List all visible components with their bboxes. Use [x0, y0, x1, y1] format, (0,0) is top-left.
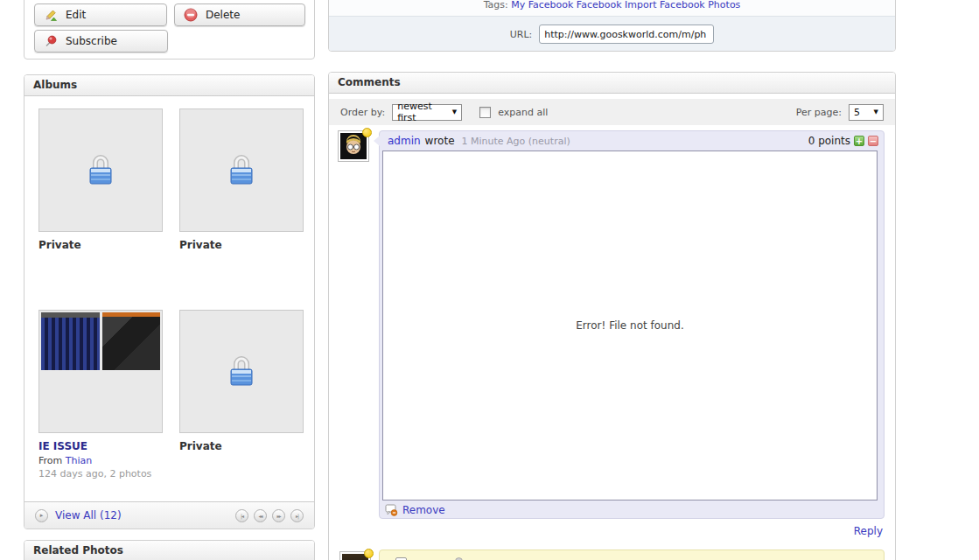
order-by-select[interactable]: newest first ▼ — [392, 104, 462, 121]
album-meta: 124 days ago, 2 photos — [38, 468, 165, 480]
remove-comment-icon — [385, 504, 398, 516]
albums-header: Albums — [24, 75, 314, 96]
comment-error-text: Error! File not found. — [576, 319, 683, 332]
url-label: URL: — [510, 29, 533, 40]
delete-button[interactable]: Delete — [174, 4, 305, 26]
pager-next-icon[interactable]: ▸▸ — [272, 509, 285, 522]
comment-points: 0 points + − — [808, 135, 878, 147]
form-user-avatar[interactable] — [339, 551, 371, 560]
photo-info-panel: Tags: My Facebook Facebook Import Facebo… — [328, 0, 896, 52]
comment-author-link[interactable]: admin — [388, 135, 421, 147]
remove-row: Remove — [380, 500, 884, 516]
album-label: Private — [179, 440, 306, 452]
actions-panel: Edit Delete Subscribe — [24, 0, 315, 60]
from-label: From — [38, 455, 62, 466]
url-row: URL: — [329, 17, 895, 52]
album-pager: |◂ ◂◂ ▸▸ ▸| — [235, 509, 304, 522]
edit-pencil-icon — [44, 8, 58, 22]
album-label: Private — [179, 239, 306, 251]
subscribe-button[interactable]: Subscribe — [34, 30, 168, 52]
reply-link[interactable]: Reply — [854, 525, 883, 537]
online-status-badge — [362, 128, 372, 137]
comment-item: admin wrote 1 Minute Ago (neutral) 0 poi… — [379, 130, 885, 519]
points-value: 0 points — [808, 135, 850, 147]
comment-body: Error! File not found. — [382, 150, 878, 500]
lock-icon — [39, 109, 162, 231]
albums-footer: ▸ View All (12) |◂ ◂◂ ▸▸ ▸| — [24, 501, 314, 528]
per-page-value: 5 — [854, 107, 860, 118]
play-circle-icon: ▸ — [35, 509, 48, 522]
albums-panel: Albums Private — [24, 74, 315, 529]
pushpin-icon — [44, 34, 58, 48]
gallery-page: Edit Delete Subscribe Albums — [0, 0, 979, 560]
wrote-label: wrote — [425, 135, 455, 147]
expand-all-checkbox[interactable] — [479, 107, 491, 118]
tags-row: Tags: My Facebook Facebook Import Facebo… — [329, 0, 895, 17]
comments-controls-row: Order by: newest first ▼ expand all Per … — [329, 99, 895, 125]
avatar-image — [340, 133, 367, 159]
album-label: Private — [38, 239, 165, 251]
pager-last-icon[interactable]: ▸| — [290, 509, 304, 522]
lock-icon — [180, 109, 303, 231]
owner-link[interactable]: Thian — [66, 455, 92, 466]
comment-timestamp: 1 Minute Ago (neutral) — [462, 136, 570, 147]
edit-button[interactable]: Edit — [34, 4, 167, 26]
vote-down-icon[interactable]: − — [868, 136, 878, 146]
remove-link[interactable]: Remove — [402, 504, 445, 516]
order-by-value: newest first — [397, 101, 447, 123]
lock-icon — [180, 311, 303, 432]
url-input[interactable] — [539, 24, 714, 44]
comments-panel: Comments Order by: newest first ▼ expand… — [328, 72, 896, 560]
private-album-thumb[interactable] — [38, 108, 163, 232]
expand-all-label: expand all — [498, 107, 548, 118]
related-photos-header: Related Photos — [24, 541, 314, 560]
pager-prev-icon[interactable]: ◂◂ — [254, 509, 267, 522]
album-cell-private-2[interactable]: Private — [179, 108, 306, 251]
album-cell-private-3[interactable]: Private — [179, 310, 306, 452]
comments-header: Comments — [329, 73, 895, 94]
comment-bubble-arrow — [374, 136, 380, 146]
album-thumbnail-1 — [41, 312, 100, 370]
edit-button-label: Edit — [66, 9, 86, 21]
private-album-thumb[interactable] — [179, 108, 304, 232]
private-album-thumb[interactable] — [179, 310, 304, 433]
order-by-label: Order by: — [340, 107, 385, 118]
pager-first-icon[interactable]: |◂ — [235, 509, 248, 522]
subscribe-button-label: Subscribe — [66, 35, 117, 47]
comment-author-avatar[interactable] — [338, 130, 369, 162]
delete-icon — [184, 8, 198, 22]
view-all-link[interactable]: ▸ View All (12) — [35, 509, 122, 522]
tags-links[interactable]: My Facebook Facebook Import Facebook Pho… — [511, 0, 740, 10]
related-photos-panel: Related Photos — [24, 540, 315, 560]
delete-button-label: Delete — [206, 9, 240, 21]
album-cell-private-1[interactable]: Private — [38, 108, 165, 251]
vote-up-icon[interactable]: + — [854, 136, 864, 146]
chevron-down-icon: ▼ — [874, 108, 878, 116]
add-comment-form — [379, 550, 885, 560]
album-title-link[interactable]: IE ISSUE — [38, 440, 165, 452]
view-all-label: View All (12) — [55, 509, 122, 522]
album-thumbnail-2 — [102, 312, 161, 370]
ie-issue-album-thumb[interactable] — [38, 310, 163, 433]
album-cell-ie-issue[interactable]: IE ISSUE From Thian 124 days ago, 2 phot… — [38, 310, 165, 480]
album-owner-line: From Thian — [38, 455, 165, 466]
comment-head: admin wrote 1 Minute Ago (neutral) 0 poi… — [380, 131, 884, 150]
chevron-down-icon: ▼ — [452, 108, 457, 116]
tags-label: Tags: — [484, 0, 508, 10]
per-page-select[interactable]: 5 ▼ — [849, 104, 884, 121]
per-page-label: Per page: — [796, 107, 842, 118]
online-status-badge — [364, 549, 374, 558]
